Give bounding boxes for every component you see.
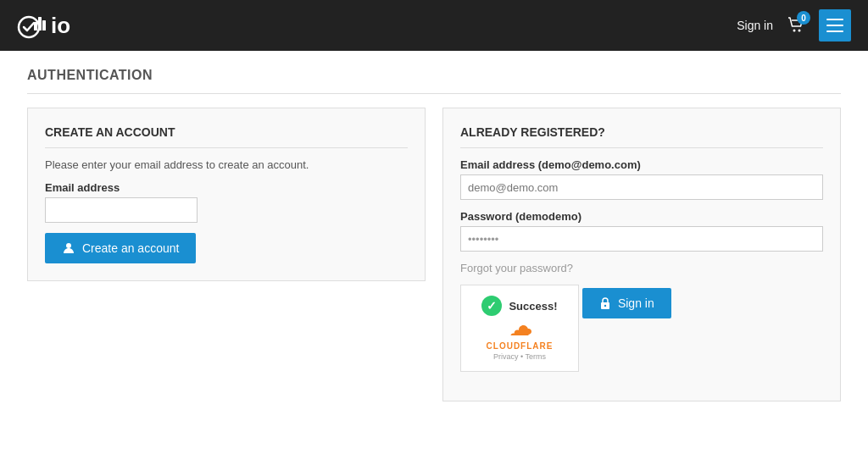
cloudflare-name: CLOUDFLARE [487, 341, 554, 351]
success-icon: ✓ [481, 296, 502, 316]
header-sign-in-link[interactable]: Sign in [737, 19, 773, 32]
cart-badge: 0 [797, 11, 810, 25]
cf-cloud [503, 323, 537, 340]
svg-point-6 [66, 243, 71, 248]
create-account-description: Please enter your email address to creat… [45, 158, 408, 171]
login-email-input[interactable] [460, 174, 823, 200]
svg-rect-2 [42, 20, 46, 30]
sign-in-button[interactable]: Sign in [582, 288, 671, 318]
create-account-panel: CREATE AN ACCOUNT Please enter your emai… [27, 108, 426, 281]
login-password-input[interactable] [460, 226, 823, 252]
svg-rect-3 [34, 22, 37, 30]
login-panel: ALREADY REGISTERED? Email address (demo@… [442, 108, 841, 401]
login-email-group: Email address (demo@demo.com) [460, 158, 823, 200]
login-password-label: Password (demodemo) [460, 210, 823, 223]
cart-button[interactable]: 0 [787, 16, 805, 35]
create-account-button-label: Create an account [82, 241, 179, 255]
captcha-box: ✓ Success! CLOUDFLARE Privacy • Terms [460, 285, 579, 372]
header: io Sign in 0 [0, 0, 868, 51]
forgot-password-link[interactable]: Forgot your password? [460, 262, 823, 274]
panels-row: CREATE AN ACCOUNT Please enter your emai… [27, 108, 841, 401]
logo-text: io [51, 13, 70, 39]
logo[interactable]: io [17, 10, 70, 41]
menu-bar-3 [826, 30, 843, 32]
create-account-title: CREATE AN ACCOUNT [45, 125, 408, 148]
create-account-button[interactable]: Create an account [45, 233, 196, 263]
menu-button[interactable] [819, 9, 851, 42]
svg-point-5 [798, 30, 801, 32]
cloudflare-logo: CLOUDFLARE Privacy • Terms [487, 323, 554, 361]
menu-bar-1 [826, 19, 843, 20]
menu-bar-2 [826, 25, 843, 26]
login-email-label: Email address (demo@demo.com) [460, 158, 823, 171]
user-icon [62, 241, 75, 255]
svg-point-4 [793, 30, 796, 32]
email-label: Email address [45, 181, 408, 194]
lock-icon [599, 296, 611, 310]
cf-links: Privacy • Terms [493, 352, 546, 361]
logo-icon [17, 10, 47, 41]
login-password-group: Password (demodemo) [460, 210, 823, 252]
login-panel-title: ALREADY REGISTERED? [460, 125, 823, 148]
email-form-group: Email address [45, 181, 408, 223]
success-row: ✓ Success! [481, 296, 557, 316]
sign-in-button-label: Sign in [618, 296, 654, 310]
header-right: Sign in 0 [737, 9, 851, 42]
success-text: Success! [509, 300, 557, 313]
svg-rect-1 [38, 17, 42, 30]
page-content: AUTHENTICATION CREATE AN ACCOUNT Please … [10, 51, 858, 418]
page-title: AUTHENTICATION [27, 68, 841, 94]
svg-point-8 [604, 305, 606, 307]
email-input[interactable] [45, 197, 198, 223]
